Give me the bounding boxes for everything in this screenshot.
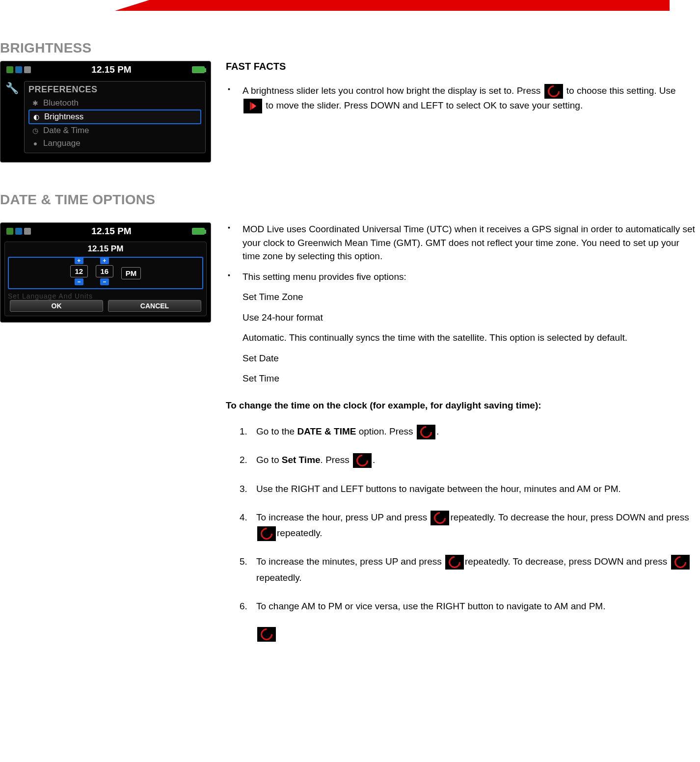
inner-clock: 12.15 PM bbox=[8, 244, 203, 254]
step-6: To change AM to PM or vice versa, use th… bbox=[226, 599, 695, 614]
select-button-icon bbox=[445, 555, 464, 570]
plus-icon: + bbox=[75, 257, 83, 264]
battery-icon bbox=[192, 228, 205, 235]
ok-button: OK bbox=[10, 300, 103, 312]
step-1: Go to the DATE & TIME option. Press . bbox=[226, 424, 695, 439]
select-button-icon bbox=[671, 555, 690, 570]
select-button-icon bbox=[257, 627, 276, 642]
chat-icon: ● bbox=[31, 139, 39, 147]
datetime-option: Automatic. This continually syncs the ti… bbox=[226, 331, 695, 345]
step-5: To increase the minutes, press UP and pr… bbox=[226, 554, 695, 586]
step-4: To increase the hour, press UP and press… bbox=[226, 510, 695, 542]
hour-value: 12 bbox=[70, 265, 88, 277]
select-button-icon bbox=[544, 84, 563, 99]
datetime-row: 12.15 PM 12.15 PM + 12 − + 16 − bbox=[0, 222, 700, 642]
wrench-icon: 🔧 bbox=[5, 81, 19, 153]
fast-facts-heading: FAST FACTS bbox=[226, 61, 695, 72]
brightness-row: 12.15 PM 🔧 PREFERENCES ✱Bluetooth ◐Brigh… bbox=[0, 61, 700, 163]
plus-icon: + bbox=[100, 257, 109, 264]
brightness-screenshot: 12.15 PM 🔧 PREFERENCES ✱Bluetooth ◐Brigh… bbox=[0, 61, 211, 163]
datetime-bullet-2: This setting menu provides five options: bbox=[226, 270, 695, 284]
minute-value: 16 bbox=[96, 265, 113, 277]
datetime-content: MOD Live uses Coordinated Universal Time… bbox=[226, 222, 700, 642]
datetime-option: Set Time bbox=[226, 372, 695, 385]
red-header-bar bbox=[149, 0, 670, 11]
ampm-value: PM bbox=[121, 267, 141, 279]
datetime-bullet-1: MOD Live uses Coordinated Universal Time… bbox=[226, 222, 695, 263]
clock-icon: ◷ bbox=[31, 127, 39, 135]
ghost-text: Set Language And Units bbox=[8, 292, 203, 300]
bluetooth-icon: ✱ bbox=[31, 99, 39, 107]
select-button-icon bbox=[353, 453, 372, 468]
pref-item-brightness: ◐Brightness bbox=[28, 109, 201, 124]
status-dot-icon bbox=[6, 66, 13, 73]
pref-item-bluetooth: ✱Bluetooth bbox=[28, 97, 201, 109]
right-arrow-icon bbox=[243, 99, 262, 113]
select-button-icon bbox=[417, 425, 435, 439]
minus-icon: − bbox=[75, 278, 83, 285]
brightness-icon: ◐ bbox=[32, 113, 40, 121]
cancel-button: CANCEL bbox=[108, 300, 201, 312]
status-dot-icon bbox=[6, 228, 13, 235]
pref-item-language: ●Language bbox=[28, 137, 201, 150]
brightness-content: FAST FACTS A brightness slider lets you … bbox=[226, 61, 700, 163]
battery-icon bbox=[192, 66, 205, 73]
datetime-option: Set Time Zone bbox=[226, 290, 695, 304]
section-brightness-title: BRIGHTNESS bbox=[0, 40, 700, 56]
select-button-icon bbox=[431, 511, 449, 525]
datetime-screenshot: 12.15 PM 12.15 PM + 12 − + 16 − bbox=[0, 222, 211, 642]
time-picker: + 12 − + 16 − PM bbox=[8, 257, 203, 289]
status-dot-icon bbox=[24, 66, 31, 73]
minus-icon: − bbox=[100, 278, 109, 285]
step-2: Go to Set Time. Press . bbox=[226, 452, 695, 468]
change-time-heading: To change the time on the clock (for exa… bbox=[226, 400, 695, 411]
brightness-fact: A brightness slider lets you control how… bbox=[226, 84, 695, 113]
device-clock: 12.15 PM bbox=[91, 226, 131, 237]
pref-header: PREFERENCES bbox=[28, 84, 201, 95]
status-dot-icon bbox=[15, 66, 22, 73]
step-3: Use the RIGHT and LEFT buttons to naviga… bbox=[226, 481, 695, 497]
section-datetime-title: DATE & TIME OPTIONS bbox=[0, 192, 700, 208]
pref-item-datetime: ◷Date & Time bbox=[28, 124, 201, 137]
device-clock: 12.15 PM bbox=[91, 64, 131, 75]
status-dot-icon bbox=[24, 228, 31, 235]
select-button-icon bbox=[257, 526, 276, 541]
datetime-option: Set Date bbox=[226, 352, 695, 365]
datetime-option: Use 24-hour format bbox=[226, 311, 695, 325]
status-dot-icon bbox=[15, 228, 22, 235]
